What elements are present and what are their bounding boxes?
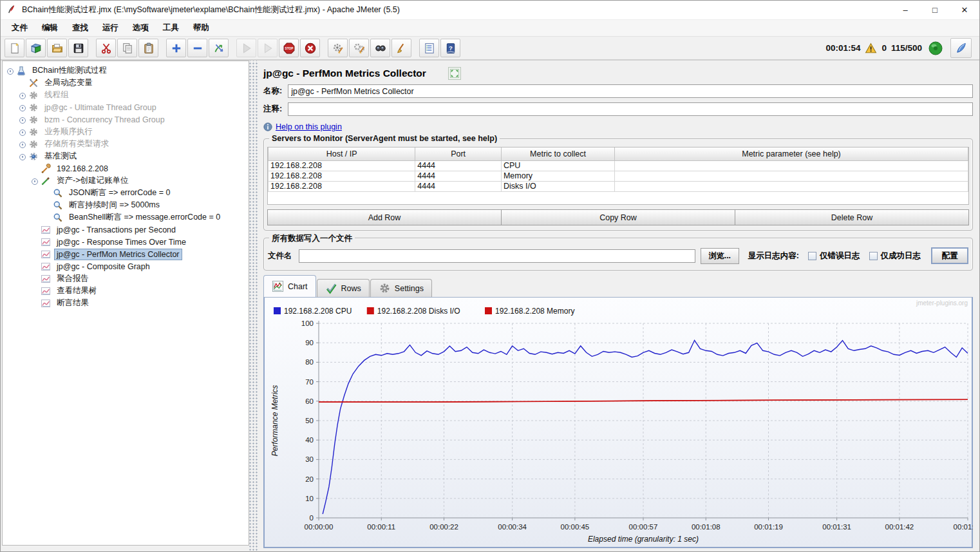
tree-item[interactable]: bzm - Concurrency Thread Group — [3, 113, 249, 126]
tree-item[interactable]: 聚合报告 — [3, 272, 249, 285]
templates-button[interactable] — [26, 39, 46, 57]
tree-item[interactable]: 基准测试 — [3, 150, 249, 162]
open-folder-button[interactable] — [47, 39, 67, 57]
expand-panel-icon[interactable] — [448, 67, 461, 80]
tree-item[interactable]: 业务顺序执行 — [3, 126, 249, 138]
tree-item[interactable]: 全局动态变量 — [3, 77, 249, 89]
table-cell[interactable]: 4444 — [415, 160, 502, 171]
tab-settings[interactable]: Settings — [370, 279, 432, 297]
table-cell[interactable] — [615, 171, 968, 181]
table-cell[interactable]: 4444 — [415, 171, 502, 181]
svg-text:STOP: STOP — [285, 47, 293, 50]
copy-row-button[interactable]: Copy Row — [502, 209, 735, 225]
new-file-button[interactable] — [5, 39, 24, 57]
tree-item[interactable]: jp@gc - PerfMon Metrics Collector — [3, 248, 249, 260]
clear-search-button[interactable] — [391, 39, 411, 57]
tree-item[interactable]: 断言持续时间 => 5000ms — [3, 199, 249, 211]
help-plugin-link[interactable]: Help on this plugin — [276, 122, 342, 131]
tree-item-label: 查看结果树 — [54, 284, 100, 298]
add-button[interactable] — [166, 39, 186, 57]
search-button[interactable] — [370, 39, 390, 57]
stop-button[interactable]: STOP — [279, 39, 299, 57]
menu-item[interactable]: 选项 — [126, 21, 156, 35]
delete-row-button[interactable]: Delete Row — [735, 209, 969, 225]
tree-item[interactable]: jp@gc - Ultimate Thread Group — [3, 101, 249, 113]
table-row[interactable]: 192.168.2.2084444Memory — [269, 171, 968, 181]
configure-button[interactable]: 配置 — [931, 247, 968, 264]
help-button[interactable]: ? — [440, 39, 460, 57]
table-row[interactable]: 192.168.2.2084444CPU — [269, 160, 968, 171]
toggle-button[interactable] — [209, 39, 229, 57]
svg-text:00:00:22: 00:00:22 — [429, 523, 458, 531]
minimize-button[interactable]: – — [890, 1, 920, 20]
tree-toggle-icon[interactable] — [19, 116, 26, 124]
clear-all-button[interactable] — [349, 39, 369, 57]
menu-item[interactable]: 帮助 — [186, 21, 216, 35]
tree-item[interactable]: JSON断言 => errorCode = 0 — [3, 187, 249, 199]
success-only-checkbox[interactable]: 仅成功日志 — [869, 251, 921, 262]
tree-item[interactable]: jp@gc - Composite Graph — [3, 260, 249, 272]
tree-item[interactable]: jp@gc - Transactions per Second — [3, 224, 249, 236]
cut-button[interactable] — [96, 39, 116, 57]
tree-item[interactable]: jp@gc - Response Times Over Time — [3, 236, 249, 248]
chart-tab-icon — [272, 280, 284, 292]
tree-toggle-icon[interactable] — [19, 128, 26, 136]
tree-toggle-icon[interactable] — [19, 153, 26, 160]
menu-item[interactable]: 运行 — [95, 21, 126, 35]
checkbox-icon[interactable] — [869, 252, 878, 260]
table-cell[interactable]: 192.168.2.208 — [269, 171, 415, 181]
shutdown-button[interactable] — [300, 39, 320, 57]
filename-input[interactable] — [299, 249, 695, 263]
tree-item[interactable]: 查看结果树 — [3, 285, 249, 297]
tab-rows[interactable]: Rows — [317, 279, 370, 297]
add-row-button[interactable]: Add Row — [267, 209, 502, 225]
checkbox-icon[interactable] — [808, 252, 816, 260]
table-cell[interactable]: 192.168.2.208 — [269, 160, 415, 171]
paste-button[interactable] — [138, 39, 158, 57]
table-cell[interactable]: 4444 — [415, 181, 502, 191]
tree-item[interactable]: 192.168.2.208 — [3, 162, 249, 175]
tree-toggle-icon[interactable] — [19, 91, 26, 99]
menu-item[interactable]: 文件 — [5, 21, 35, 35]
comment-input[interactable] — [288, 102, 973, 116]
servers-groupbox-title: Servers to Monitor (ServerAgent must be … — [269, 134, 500, 143]
jmeter-logo-button[interactable] — [950, 38, 972, 58]
tree-item[interactable]: 资产->创建记账单位 — [3, 175, 249, 187]
table-column-header[interactable]: Metric parameter (see help) — [615, 148, 968, 160]
warning-icon[interactable] — [865, 43, 877, 54]
tree-item[interactable]: 断言结果 — [3, 297, 249, 309]
tree-item[interactable]: 存储所有类型请求 — [3, 138, 249, 150]
table-row[interactable]: 192.168.2.2084444Disks I/O — [269, 181, 968, 191]
tree-item[interactable]: BeanShell断言 => message.errorCode = 0 — [3, 211, 249, 224]
menu-item[interactable]: 工具 — [156, 21, 186, 35]
tab-chart[interactable]: Chart — [263, 275, 316, 297]
table-cell[interactable]: Disks I/O — [501, 181, 614, 191]
table-column-header[interactable]: Host / IP — [269, 148, 415, 160]
save-button[interactable] — [68, 39, 88, 57]
table-column-header[interactable]: Metric to collect — [501, 148, 614, 160]
menu-item[interactable]: 编辑 — [35, 21, 65, 35]
close-button[interactable]: ✕ — [950, 1, 979, 20]
menu-item[interactable]: 查找 — [65, 21, 95, 35]
clear-button[interactable] — [328, 39, 348, 57]
name-input[interactable] — [288, 84, 973, 98]
copy-button[interactable] — [117, 39, 137, 57]
table-cell[interactable]: 192.168.2.208 — [269, 181, 415, 191]
split-divider[interactable] — [249, 61, 258, 552]
table-cell[interactable]: Memory — [501, 171, 614, 181]
table-cell[interactable] — [615, 160, 968, 171]
remove-button[interactable] — [187, 39, 207, 57]
tree-toggle-icon[interactable] — [19, 140, 26, 148]
tree-item[interactable]: 线程组 — [3, 89, 249, 101]
function-helper-button[interactable] — [419, 39, 439, 57]
maximize-button[interactable]: □ — [920, 1, 950, 20]
browse-button[interactable]: 浏览... — [701, 248, 739, 264]
tree-toggle-icon[interactable] — [31, 177, 39, 185]
table-cell[interactable]: CPU — [501, 160, 614, 171]
errors-only-checkbox[interactable]: 仅错误日志 — [808, 251, 860, 262]
tree-item[interactable]: BChain性能测试过程 — [3, 64, 249, 77]
tree-toggle-icon[interactable] — [6, 67, 14, 75]
tree-toggle-icon[interactable] — [19, 104, 26, 111]
table-column-header[interactable]: Port — [415, 148, 502, 160]
table-cell[interactable] — [615, 181, 968, 191]
